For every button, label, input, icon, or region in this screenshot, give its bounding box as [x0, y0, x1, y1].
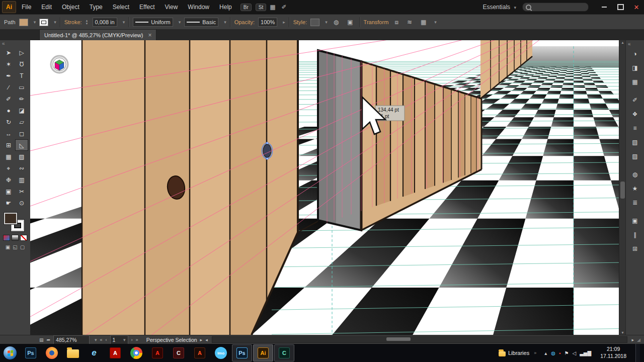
lasso-tool[interactable]: Ʊ	[15, 58, 28, 70]
taskbar-firefox[interactable]	[42, 344, 62, 361]
line-segment-tool[interactable]: ∕	[2, 81, 15, 93]
rectangle-tool[interactable]: ▭	[15, 81, 28, 93]
panel-transparency-icon[interactable]: ▨	[628, 150, 641, 162]
bridge-button[interactable]: Br	[240, 4, 252, 11]
menu-object[interactable]: Object	[57, 0, 84, 14]
taskbar-file-explorer[interactable]	[63, 344, 83, 361]
taskbar-camtasia[interactable]: C	[169, 344, 189, 361]
menu-select[interactable]: Select	[108, 0, 134, 14]
menu-type[interactable]: Type	[85, 0, 107, 14]
fill-swatch[interactable]	[19, 19, 28, 26]
menu-file[interactable]: File	[17, 0, 36, 14]
horizontal-scroll-thumb[interactable]	[386, 337, 411, 341]
scale-tool[interactable]: ▱	[15, 116, 28, 128]
panel-pathfinder-icon[interactable]: ⊞	[628, 243, 641, 255]
taskbar-internet-explorer[interactable]: e	[84, 344, 104, 361]
panel-artboards-icon[interactable]: ▣	[628, 215, 641, 227]
libraries-toolbar[interactable]: Libraries »	[495, 348, 540, 358]
panel-swatches-icon[interactable]: ▦	[628, 76, 641, 88]
align-icon[interactable]: ≋	[405, 19, 415, 26]
recolor-artwork-icon[interactable]: ◍	[331, 19, 341, 26]
taskbar-photoshop-open[interactable]: Ps	[232, 344, 252, 361]
magic-wand-tool[interactable]: ✶	[2, 58, 15, 70]
shape-builder-tool[interactable]: ⊞	[2, 139, 15, 151]
tray-adobe-tray-icon[interactable]: ▪	[559, 350, 561, 356]
taskbar-chrome[interactable]	[126, 344, 146, 361]
slice-tool[interactable]: ✂	[15, 186, 28, 197]
color-button[interactable]	[3, 235, 10, 241]
pen-tool[interactable]: ✒	[2, 70, 15, 81]
first-artboard-button[interactable]: «	[100, 337, 103, 342]
tray-volume-icon[interactable]: ◁	[572, 350, 576, 356]
mesh-tool[interactable]: ▦	[2, 151, 15, 162]
scroll-left-icon[interactable]: ◂	[205, 337, 208, 342]
scroll-right-icon[interactable]: ▸	[631, 337, 634, 342]
direct-selection-tool[interactable]: ▷	[15, 47, 28, 58]
shape-mode-icon[interactable]: ⧈	[392, 19, 401, 26]
taskbar-imo[interactable]: imo	[211, 344, 231, 361]
panel-stroke-icon[interactable]: ≡	[628, 122, 641, 134]
taskbar-illustrator-active[interactable]: Ai	[253, 344, 273, 361]
pencil-tool[interactable]: ✏	[15, 93, 28, 105]
search-input[interactable]	[522, 3, 589, 12]
free-transform-tool[interactable]: ◻	[15, 128, 28, 139]
tab-close-icon[interactable]: ×	[148, 32, 151, 39]
hand-tool[interactable]: ☛	[2, 197, 15, 209]
gradient-button[interactable]	[12, 235, 19, 241]
type-tool[interactable]: T	[15, 70, 28, 81]
selected-shape[interactable]	[262, 142, 273, 159]
taskbar-camtasia-open[interactable]: C	[274, 344, 294, 361]
taskbar-acrobat[interactable]: A	[147, 344, 168, 361]
panel-gradient-icon[interactable]: ▧	[628, 136, 641, 148]
column-graph-tool[interactable]: ▥	[15, 174, 28, 186]
menu-edit[interactable]: Edit	[37, 0, 56, 14]
width-tool[interactable]: ↔	[2, 128, 15, 139]
none-button[interactable]	[20, 235, 27, 241]
make-mask-icon[interactable]: ▣	[345, 19, 355, 26]
artboard-canvas[interactable]: 134,44 pt41 pt	[30, 40, 619, 335]
show-desktop-button[interactable]	[635, 344, 640, 362]
horizontal-scrollbar[interactable]	[212, 336, 628, 343]
scroll-down-icon[interactable]: ▾	[621, 330, 623, 335]
style-swatch[interactable]	[310, 19, 319, 26]
tray-flag-icon[interactable]: ⚑	[564, 350, 569, 356]
blob-brush-tool[interactable]: ●	[2, 105, 15, 116]
collapse-panel-icon[interactable]: «	[0, 40, 30, 47]
panel-layers-icon[interactable]: ≣	[628, 197, 641, 209]
stroke-weight-label[interactable]: Stroke:	[64, 19, 82, 25]
taskbar-clock[interactable]: 21:09 17.11.2018	[600, 346, 626, 359]
status-play-icon[interactable]: ▸	[200, 337, 203, 342]
panel-color-guide-icon[interactable]: ◨	[628, 62, 641, 74]
taskbar-photoshop[interactable]: Ps	[21, 344, 41, 361]
stroke-swatch[interactable]	[39, 19, 48, 26]
zoom-level-field[interactable]: 485,27%	[53, 335, 90, 344]
close-button[interactable]: ✕	[629, 0, 644, 14]
prev-artboard-button[interactable]: ‹	[106, 337, 107, 342]
artboard-number-field[interactable]: 1▾	[110, 335, 128, 344]
draw-normal-icon[interactable]: ▣	[6, 244, 10, 250]
transform-link[interactable]: Transform	[364, 19, 389, 25]
expand-panels-icon[interactable]: «	[626, 41, 631, 47]
taskbar-adobe-reader[interactable]: A	[105, 344, 125, 361]
opacity-value[interactable]: 100%	[258, 18, 277, 27]
panel-brushes-icon[interactable]: ✐	[628, 94, 641, 106]
draw-behind-icon[interactable]: ◱	[13, 244, 17, 250]
menu-view[interactable]: View	[160, 0, 183, 14]
restore-button[interactable]	[613, 0, 628, 14]
stroke-weight-value[interactable]: 0,008 in	[93, 18, 117, 27]
panel-symbols-icon[interactable]: ❖	[628, 108, 641, 120]
gradient-tool[interactable]: ▧	[15, 151, 28, 162]
app-logo[interactable]: Ai	[2, 1, 16, 13]
link-icon[interactable]: ➦	[47, 337, 51, 342]
scroll-up-icon[interactable]: ▴	[621, 40, 623, 45]
panel-color-icon[interactable]: ◑	[628, 48, 641, 60]
arrange-documents-icon[interactable]: ▦	[267, 4, 278, 11]
tray-network-icon[interactable]: ▃▅▇	[580, 350, 591, 356]
workspace-switcher[interactable]: Essentials ▾	[482, 4, 516, 11]
style-label[interactable]: Style:	[293, 19, 307, 25]
blend-tool[interactable]: ∾	[15, 162, 28, 174]
minimize-button[interactable]	[597, 0, 612, 14]
stroke-stepper[interactable]: ▲▼	[86, 20, 89, 25]
menu-window[interactable]: Window	[183, 0, 214, 14]
panel-align-icon[interactable]: ∥	[628, 229, 641, 241]
